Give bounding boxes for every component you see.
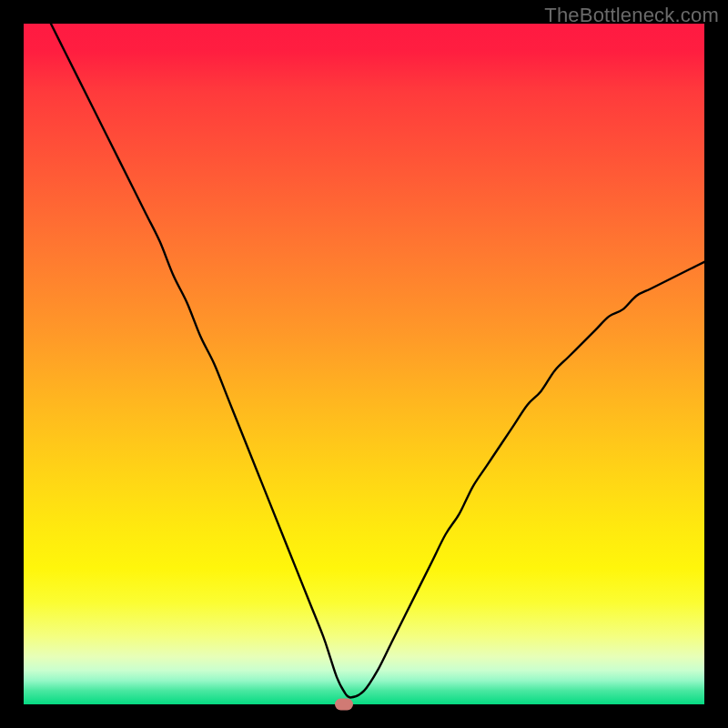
plot-area	[24, 24, 704, 704]
bottleneck-curve	[24, 24, 704, 704]
chart-frame: TheBottleneck.com	[0, 0, 728, 728]
optimum-marker	[335, 699, 353, 711]
